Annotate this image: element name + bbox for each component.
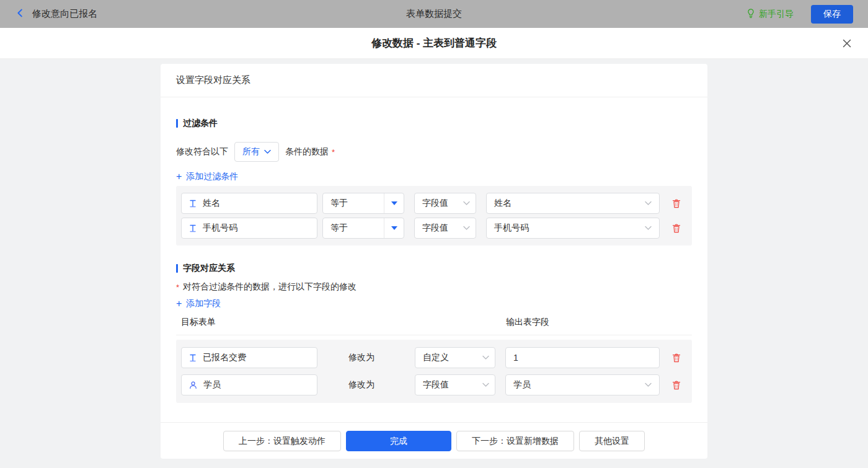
mapping-description-row: * 对符合过滤条件的数据，进行以下字段的修改 <box>176 281 692 293</box>
value-select[interactable]: 姓名 <box>486 193 660 214</box>
modal-title: 修改数据 - 主表到普通字段 <box>371 36 497 50</box>
plus-icon: + <box>176 172 182 181</box>
column-target-form: 目标表单 <box>176 317 506 328</box>
mapping-row: 学员 修改为 字段值 学员 <box>181 374 687 395</box>
mapping-rows-block: 已报名交费 修改为 自定义 <box>176 340 692 403</box>
page-title: 表单数据提交 <box>0 8 868 20</box>
output-field-value: 学员 <box>513 379 531 391</box>
chevron-down-icon <box>645 226 652 231</box>
delete-row-icon[interactable] <box>671 198 681 209</box>
column-header-divider <box>176 335 692 335</box>
operator-value: 等于 <box>323 223 384 234</box>
operator-select[interactable]: 等于 <box>322 193 404 214</box>
filter-rows-block: 姓名 等于 字段值 姓名 <box>176 186 692 245</box>
filter-section-label: 过滤条件 <box>183 118 218 129</box>
value-type-select[interactable]: 字段值 <box>414 218 476 239</box>
chevron-down-icon <box>463 201 470 206</box>
text-field-icon <box>188 224 197 233</box>
value-type-value: 字段值 <box>422 198 448 209</box>
mapping-section-label: 字段对应关系 <box>183 263 235 274</box>
add-field-label: 添加字段 <box>186 298 221 309</box>
match-suffix-label: 条件的数据 <box>285 146 329 157</box>
filter-row: 姓名 等于 字段值 姓名 <box>181 193 687 214</box>
target-field-value: 学员 <box>203 379 221 391</box>
filter-field-value: 手机号码 <box>203 223 237 234</box>
value-type-value: 字段值 <box>422 223 448 234</box>
required-asterisk: * <box>332 148 335 157</box>
close-icon[interactable] <box>842 38 852 48</box>
beginner-guide-label: 新手引导 <box>759 9 794 20</box>
card-footer: 上一步：设置触发动作 完成 下一步：设置新增数据 其他设置 <box>161 422 707 459</box>
text-field-icon <box>188 353 197 363</box>
filter-row: 手机号码 等于 字段值 手机号码 <box>181 218 687 239</box>
match-prefix-label: 修改符合以下 <box>176 146 228 157</box>
match-condition-row: 修改符合以下 所有 条件的数据 * <box>176 142 692 162</box>
chevron-down-icon <box>645 201 652 206</box>
chevron-down-icon <box>645 382 652 387</box>
match-mode-value: 所有 <box>242 146 260 157</box>
chevron-down-icon <box>482 355 489 360</box>
mapping-description: 对符合过滤条件的数据，进行以下字段的修改 <box>183 281 356 293</box>
delete-row-icon[interactable] <box>671 353 681 363</box>
prev-step-button[interactable]: 上一步：设置触发动作 <box>223 431 341 451</box>
person-icon <box>188 381 198 390</box>
top-bar: 表单数据提交 修改意向已报名 新手引导 保存 <box>0 0 868 28</box>
value-select-value: 手机号码 <box>494 223 529 234</box>
delete-row-icon[interactable] <box>671 223 681 234</box>
lightbulb-icon <box>746 8 756 20</box>
card-header-title: 设置字段对应关系 <box>161 64 707 97</box>
value-select[interactable]: 手机号码 <box>486 218 660 239</box>
caret-down-icon <box>391 201 397 205</box>
target-field-input[interactable]: 学员 <box>181 374 317 395</box>
chevron-down-icon <box>463 226 470 231</box>
back-label[interactable]: 修改意向已报名 <box>32 8 97 20</box>
output-field-select[interactable]: 学员 <box>505 374 660 395</box>
mapping-section-title: 字段对应关系 <box>176 263 692 274</box>
target-field-input[interactable]: 已报名交费 <box>181 347 317 368</box>
operator-dropdown-zone[interactable] <box>384 218 404 238</box>
delete-row-icon[interactable] <box>671 380 681 391</box>
column-output-field: 输出表字段 <box>506 317 549 328</box>
modify-type-value: 自定义 <box>423 352 449 363</box>
operator-select[interactable]: 等于 <box>322 218 404 239</box>
target-field-value: 已报名交费 <box>203 352 246 363</box>
match-mode-select[interactable]: 所有 <box>234 142 279 162</box>
filter-section-title: 过滤条件 <box>176 118 692 129</box>
filter-field-input[interactable]: 姓名 <box>181 193 317 214</box>
add-filter-condition-link[interactable]: + 添加过滤条件 <box>176 171 238 182</box>
back-button[interactable] <box>15 7 26 20</box>
filter-field-value: 姓名 <box>203 198 220 209</box>
modify-type-select[interactable]: 自定义 <box>415 347 495 368</box>
text-field-icon <box>188 199 197 208</box>
chevron-left-icon <box>15 7 26 20</box>
chevron-down-icon <box>264 149 271 154</box>
beginner-guide-link[interactable]: 新手引导 <box>746 8 794 20</box>
operator-dropdown-zone[interactable] <box>384 193 404 213</box>
mapping-row: 已报名交费 修改为 自定义 <box>181 347 687 368</box>
mapping-column-headers: 目标表单 输出表字段 <box>176 317 692 328</box>
chevron-down-icon <box>482 382 489 387</box>
required-asterisk: * <box>176 283 179 292</box>
value-type-select[interactable]: 字段值 <box>414 193 476 214</box>
add-field-link[interactable]: + 添加字段 <box>176 298 221 309</box>
operator-value: 等于 <box>323 198 384 209</box>
caret-down-icon <box>391 226 397 230</box>
custom-value-input[interactable] <box>505 347 660 368</box>
modify-type-select[interactable]: 字段值 <box>415 374 495 395</box>
value-select-value: 姓名 <box>494 198 512 209</box>
done-button[interactable]: 完成 <box>346 431 451 451</box>
save-button[interactable]: 保存 <box>811 5 853 24</box>
modify-as-label: 修改为 <box>348 352 415 363</box>
other-settings-button[interactable]: 其他设置 <box>579 431 645 451</box>
section-marker <box>176 264 178 273</box>
filter-field-input[interactable]: 手机号码 <box>181 218 317 239</box>
plus-icon: + <box>176 299 182 308</box>
settings-card: 设置字段对应关系 过滤条件 修改符合以下 所有 条件的数据 * + 添加过滤条件 <box>161 64 707 459</box>
modify-type-value: 字段值 <box>423 379 449 391</box>
modify-as-label: 修改为 <box>348 379 415 391</box>
add-filter-condition-label: 添加过滤条件 <box>186 171 238 182</box>
modal-header: 修改数据 - 主表到普通字段 <box>0 28 868 59</box>
section-marker <box>176 119 178 128</box>
next-step-button[interactable]: 下一步：设置新增数据 <box>456 431 574 451</box>
